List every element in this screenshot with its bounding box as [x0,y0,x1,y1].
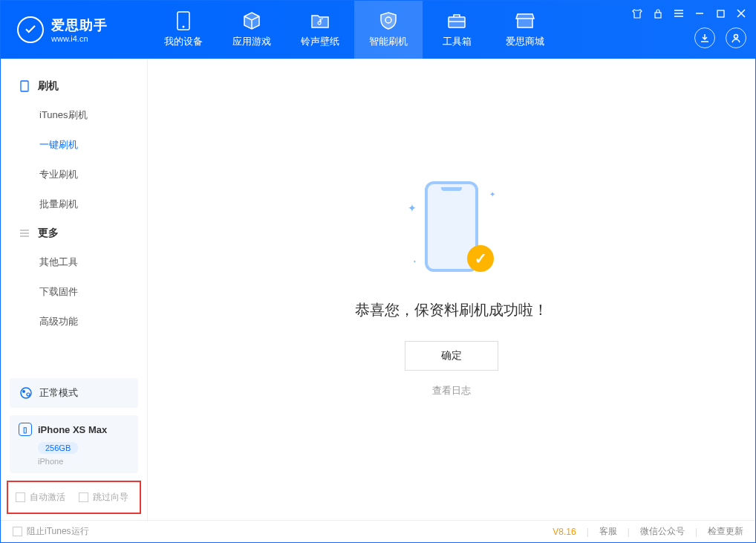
svg-point-1 [183,26,185,28]
header-actions [694,27,746,48]
menu-icon[interactable] [672,7,685,20]
device-name: iPhone XS Max [38,424,107,435]
options-highlight-box: 自动激活 跳过向导 [7,481,141,514]
user-button[interactable] [726,27,746,48]
version-label: V8.16 [553,527,576,537]
footer-link-update[interactable]: 检查更新 [708,525,743,538]
device-panel[interactable]: ▯ iPhone XS Max 256GB iPhone [10,415,138,473]
app-title: 爱思助手 [51,16,108,34]
music-folder-icon [310,11,330,30]
lock-icon[interactable] [651,7,665,20]
window-controls [630,7,748,20]
app-logo-icon [17,16,44,43]
svg-point-9 [22,390,25,393]
sparkle-icon: • [414,258,416,264]
sparkle-icon: ✦ [489,190,495,198]
shirt-icon[interactable] [630,7,644,20]
main-tabs: 我的设备 应用游戏 铃声壁纸 智能刷机 工具箱 爱思商城 [149,1,559,59]
sidebar-item-itunes-flash[interactable]: iTunes刷机 [1,100,147,130]
sidebar-section-more: 更多 [1,219,147,247]
footer-link-wechat[interactable]: 微信公众号 [640,525,685,538]
check-badge-icon: ✓ [467,245,494,272]
shield-icon [379,11,398,30]
store-icon [515,11,535,30]
svg-point-8 [21,388,31,398]
maximize-icon[interactable] [714,7,727,20]
device-phone-icon: ▯ [19,423,32,436]
sidebar: 刷机 iTunes刷机 一键刷机 专业刷机 批量刷机 更多 其他工具 下载固件 … [1,59,148,520]
sidebar-item-other-tools[interactable]: 其他工具 [1,247,147,277]
close-icon[interactable] [734,7,748,20]
device-storage-badge: 256GB [38,442,78,454]
svg-point-10 [27,393,30,396]
tab-toolbox[interactable]: 工具箱 [423,1,491,59]
device-icon [19,80,30,92]
app-url: www.i4.cn [51,34,108,43]
tab-ringtones[interactable]: 铃声壁纸 [286,1,354,59]
device-type: iPhone [38,457,129,466]
download-button[interactable] [694,27,715,48]
svg-rect-5 [717,10,724,17]
checkbox-block-itunes[interactable]: 阻止iTunes运行 [13,525,89,538]
svg-point-6 [734,35,738,39]
sidebar-item-advanced[interactable]: 高级功能 [1,307,147,336]
cube-icon [242,11,261,30]
success-illustration: ✦ ✦ • ✓ [403,181,500,278]
tab-store[interactable]: 爱思商城 [491,1,559,59]
tab-flash[interactable]: 智能刷机 [354,1,423,59]
app-header: 爱思助手 www.i4.cn 我的设备 应用游戏 铃声壁纸 智能刷机 工具箱 爱… [1,1,755,59]
sidebar-item-oneclick-flash[interactable]: 一键刷机 [1,130,147,160]
sidebar-section-flash: 刷机 [1,72,147,100]
view-log-link[interactable]: 查看日志 [432,384,471,397]
footer: 阻止iTunes运行 V8.16 | 客服 | 微信公众号 | 检查更新 [1,520,755,542]
tab-device[interactable]: 我的设备 [149,1,218,59]
checkbox-skip-wizard[interactable]: 跳过向导 [79,491,128,504]
logo-area: 爱思助手 www.i4.cn [1,16,149,43]
sidebar-item-download-fw[interactable]: 下载固件 [1,277,147,307]
sparkle-icon: ✦ [408,202,417,214]
svg-rect-7 [21,81,28,91]
checkbox-auto-activate[interactable]: 自动激活 [16,491,65,504]
sidebar-item-pro-flash[interactable]: 专业刷机 [1,160,147,189]
ok-button[interactable]: 确定 [405,341,498,371]
mode-icon [19,386,33,400]
list-icon [19,227,30,239]
svg-rect-3 [449,17,465,27]
minimize-icon[interactable] [693,7,706,20]
footer-link-support[interactable]: 客服 [599,525,617,538]
main-content: ✦ ✦ • ✓ 恭喜您，保资料刷机成功啦！ 确定 查看日志 [148,59,755,520]
toolbox-icon [447,11,466,30]
tab-apps[interactable]: 应用游戏 [218,1,286,59]
phone-icon [174,11,193,30]
sidebar-item-batch-flash[interactable]: 批量刷机 [1,189,147,219]
success-message: 恭喜您，保资料刷机成功啦！ [355,300,548,320]
svg-rect-4 [655,13,661,18]
mode-panel[interactable]: 正常模式 [10,378,138,408]
